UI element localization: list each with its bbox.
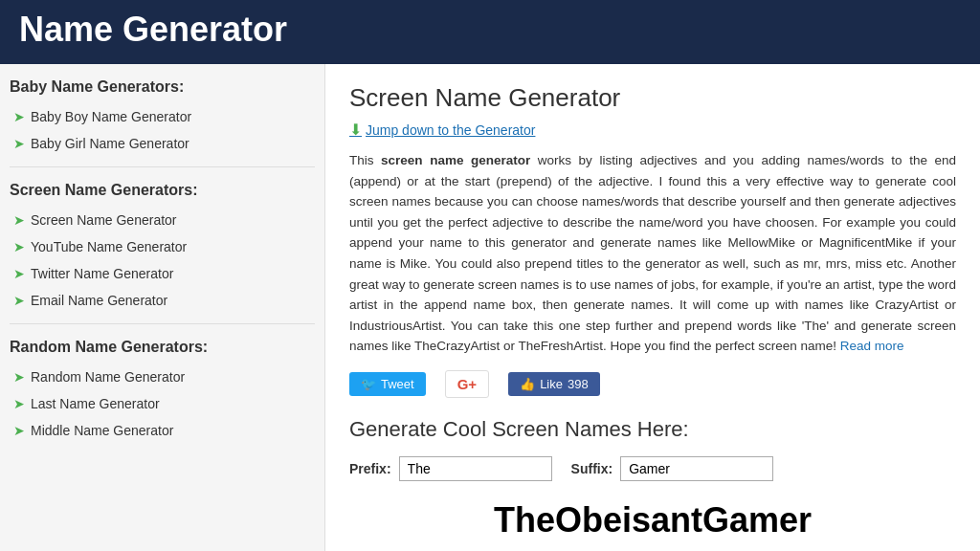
sidebar-link-label: Twitter Name Generator: [31, 266, 173, 281]
random-section-title: Random Name Generators:: [10, 339, 315, 356]
header: Name Generator: [0, 0, 980, 64]
arrow-icon: ➤: [13, 109, 25, 124]
screen-section-title: Screen Name Generators:: [10, 182, 315, 199]
page-title: Name Generator: [19, 10, 961, 50]
social-buttons: 🐦 Tweet G+ 👍 Like 398: [349, 370, 956, 398]
arrow-icon: ➤: [13, 293, 25, 308]
sidebar-item-middle-name[interactable]: ➤ Middle Name Generator: [10, 417, 315, 444]
sidebar-link-label: Random Name Generator: [31, 369, 185, 385]
sidebar-item-email-name[interactable]: ➤ Email Name Generator: [10, 287, 315, 314]
sidebar-item-baby-girl[interactable]: ➤ Baby Girl Name Generator: [10, 130, 315, 157]
arrow-icon: ➤: [13, 136, 25, 151]
generated-name-display: TheObeisantGamer: [349, 500, 956, 540]
tweet-button[interactable]: 🐦 Tweet: [349, 372, 426, 396]
prefix-input[interactable]: [399, 456, 552, 481]
sidebar: Baby Name Generators: ➤ Baby Boy Name Ge…: [0, 64, 325, 551]
like-count: 398: [568, 377, 589, 391]
description-intro: This: [349, 153, 381, 167]
gplus-icon: G+: [457, 376, 477, 392]
twitter-icon: 🐦: [361, 377, 376, 391]
content-area: Screen Name Generator ⬇ Jump down to the…: [325, 64, 980, 551]
sidebar-link-label: Screen Name Generator: [31, 212, 177, 228]
suffix-label: Suffix:: [571, 461, 613, 476]
jump-link-text: Jump down to the Generator: [366, 122, 535, 138]
like-thumb-icon: 👍: [520, 377, 535, 391]
sidebar-link-label: YouTube Name Generator: [31, 239, 187, 254]
sidebar-divider-2: [10, 323, 315, 324]
description-rest: works by listing adjectives and you addi…: [349, 153, 956, 353]
sidebar-item-random-name[interactable]: ➤ Random Name Generator: [10, 364, 315, 390]
arrow-icon: ➤: [13, 369, 25, 385]
sidebar-link-label: Middle Name Generator: [31, 423, 173, 438]
sidebar-item-twitter-name[interactable]: ➤ Twitter Name Generator: [10, 260, 315, 287]
jump-to-generator-link[interactable]: ⬇ Jump down to the Generator: [349, 121, 535, 139]
down-arrow-icon: ⬇: [349, 121, 362, 139]
tweet-label: Tweet: [381, 377, 414, 391]
input-row: Prefix: Suffix:: [349, 456, 956, 481]
read-more-link[interactable]: Read more: [840, 339, 904, 353]
arrow-icon: ➤: [13, 266, 25, 281]
baby-section-title: Baby Name Generators:: [10, 78, 315, 96]
content-title: Screen Name Generator: [349, 83, 956, 113]
suffix-input[interactable]: [620, 456, 773, 481]
suffix-group: Suffix:: [571, 456, 774, 481]
like-button[interactable]: 👍 Like 398: [508, 372, 600, 396]
main-layout: Baby Name Generators: ➤ Baby Boy Name Ge…: [0, 64, 980, 551]
arrow-icon: ➤: [13, 239, 25, 254]
sidebar-link-label: Last Name Generator: [31, 396, 160, 411]
description-bold: screen name generator: [381, 153, 530, 167]
sidebar-item-baby-boy[interactable]: ➤ Baby Boy Name Generator: [10, 103, 315, 130]
sidebar-item-screen-name[interactable]: ➤ Screen Name Generator: [10, 207, 315, 233]
like-label: Like: [540, 377, 563, 391]
arrow-icon: ➤: [13, 423, 25, 438]
arrow-icon: ➤: [13, 212, 25, 228]
sidebar-item-youtube-name[interactable]: ➤ YouTube Name Generator: [10, 233, 315, 260]
sidebar-link-label: Baby Boy Name Generator: [31, 109, 191, 124]
gplus-button[interactable]: G+: [445, 370, 489, 398]
arrow-icon: ➤: [13, 396, 25, 411]
prefix-label: Prefix:: [349, 461, 391, 476]
sidebar-link-label: Email Name Generator: [31, 293, 167, 308]
sidebar-item-last-name[interactable]: ➤ Last Name Generator: [10, 390, 315, 417]
sidebar-divider-1: [10, 166, 315, 167]
description-text: This screen name generator works by list…: [349, 150, 956, 357]
prefix-group: Prefix:: [349, 456, 552, 481]
sidebar-link-label: Baby Girl Name Generator: [31, 136, 189, 151]
generate-section-title: Generate Cool Screen Names Here:: [349, 417, 956, 442]
